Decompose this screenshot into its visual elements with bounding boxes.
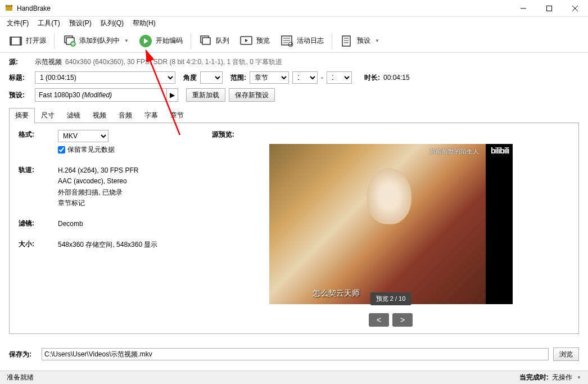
- track-line: H.264 (x264), 30 FPS PFR: [58, 165, 198, 176]
- maximize-button[interactable]: [536, 0, 562, 17]
- queue-icon: [199, 34, 212, 48]
- presets-icon: [340, 34, 354, 48]
- activity-log-button[interactable]: 活动日志: [275, 32, 328, 50]
- range-type-select[interactable]: 章节: [250, 71, 289, 84]
- tab-dimensions[interactable]: 尺寸: [35, 108, 61, 123]
- range-from-select[interactable]: 1: [292, 71, 318, 84]
- preset-modified: (Modified): [82, 91, 112, 99]
- watermark-logo: bilibili: [491, 146, 509, 155]
- track-line: AAC (avcodec), Stereo: [58, 176, 198, 187]
- range-label: 范围:: [230, 73, 246, 83]
- film-icon: [9, 34, 22, 48]
- app-icon: [4, 4, 13, 13]
- queue-button[interactable]: 队列: [195, 32, 234, 50]
- format-label: 格式:: [19, 130, 58, 139]
- range-to-select[interactable]: 1: [327, 71, 352, 84]
- add-to-queue-label: 添加到队列中: [79, 36, 120, 46]
- track-line: 外部音频扫描, 已烧录: [58, 187, 198, 198]
- tab-chapters[interactable]: 章节: [164, 108, 190, 123]
- reload-preset-button[interactable]: 重新加载: [186, 88, 225, 102]
- activity-log-label: 活动日志: [297, 36, 324, 46]
- preview-counter: 预览 2 / 10: [370, 292, 411, 305]
- preview-prev-button[interactable]: <: [369, 313, 389, 327]
- queue-add-icon: [62, 34, 76, 48]
- svg-point-12: [11, 38, 11, 39]
- preview-label: 预览: [256, 36, 270, 46]
- svg-point-4: [10, 5, 11, 6]
- menu-presets[interactable]: 预设(P): [65, 17, 96, 29]
- tab-video[interactable]: 视频: [87, 108, 112, 123]
- toolbar: 打开源 添加到队列中 ▼ 开始编码 队列 预览 活动日志 预设 ▼: [0, 29, 588, 53]
- menu-tools[interactable]: 工具(T): [33, 17, 64, 29]
- close-button[interactable]: [562, 0, 588, 17]
- track-line: 章节标记: [58, 198, 198, 209]
- preset-name: Fast 1080p30: [39, 91, 80, 99]
- tab-audio[interactable]: 音频: [112, 108, 138, 123]
- chevron-down-icon: ▼: [124, 38, 129, 43]
- browse-button[interactable]: 浏览: [553, 347, 579, 361]
- tab-filters[interactable]: 滤镜: [61, 108, 87, 123]
- preset-arrow-icon[interactable]: ▶: [166, 89, 178, 101]
- presets-button[interactable]: 预设 ▼: [336, 32, 384, 50]
- duration-label: 时长:: [364, 73, 380, 83]
- source-label: 源:: [9, 57, 31, 67]
- open-source-label: 打开源: [26, 36, 46, 46]
- tabs: 摘要 尺寸 滤镜 视频 音频 字幕 章节: [9, 107, 579, 123]
- start-encode-label: 开始编码: [156, 36, 183, 46]
- start-encode-button[interactable]: 开始编码: [134, 32, 187, 50]
- when-done-value[interactable]: 无操作: [552, 373, 572, 382]
- svg-point-16: [20, 40, 21, 41]
- chevron-down-icon: ▼: [577, 375, 581, 380]
- title-label: 标题:: [9, 73, 31, 83]
- filters-label: 滤镜:: [19, 219, 58, 228]
- filters-value: Decomb: [58, 219, 198, 229]
- angle-label: 角度: [183, 73, 197, 83]
- menu-queue[interactable]: 队列(Q): [96, 17, 128, 29]
- preset-select[interactable]: Fast 1080p30 (Modified) ▶: [35, 88, 178, 102]
- status-bar: 准备就绪 当完成时: 无操作 ▼: [0, 371, 588, 384]
- menu-bar: 文件(F) 工具(T) 预设(P) 队列(Q) 帮助(H): [0, 17, 588, 29]
- svg-point-33: [288, 42, 293, 47]
- range-separator: -: [321, 74, 323, 82]
- preview-subtitle: 怎么契云天师: [313, 288, 360, 299]
- svg-rect-0: [6, 6, 12, 11]
- keep-metadata-checkbox[interactable]: [58, 146, 65, 153]
- preview-button[interactable]: 预览: [235, 32, 274, 50]
- tab-subtitles[interactable]: 字幕: [138, 108, 164, 123]
- log-icon: [280, 34, 293, 48]
- presets-label: 预设: [357, 36, 370, 46]
- keep-metadata-label: 保留常见元数据: [67, 144, 115, 155]
- add-to-queue-button[interactable]: 添加到队列中 ▼: [58, 32, 133, 50]
- svg-point-13: [11, 40, 11, 41]
- watermark-text: 前前前世的陌生人: [429, 147, 479, 156]
- preset-label: 预设:: [9, 91, 31, 100]
- tracks-label: 轨道:: [19, 165, 58, 175]
- preview-image: 前前前世的陌生人 bilibili 怎么契云天师 预览 2 / 10: [269, 144, 513, 304]
- queue-label: 队列: [216, 36, 229, 46]
- minimize-button[interactable]: [510, 0, 536, 17]
- format-select[interactable]: MKV: [58, 130, 108, 142]
- size-value: 548x360 存储空间, 548x360 显示: [58, 240, 198, 250]
- play-icon: [139, 34, 152, 48]
- source-info: 640x360 (640x360), 30 FPS, SDR (8 bit 4:…: [65, 57, 282, 67]
- source-name: 示范视频: [35, 57, 62, 67]
- menu-file[interactable]: 文件(F): [2, 17, 33, 29]
- svg-marker-28: [245, 39, 248, 42]
- svg-rect-26: [202, 38, 210, 44]
- menu-help[interactable]: 帮助(H): [128, 17, 160, 29]
- save-as-label: 保存为:: [9, 350, 37, 359]
- angle-select[interactable]: 1: [200, 71, 223, 84]
- svg-point-15: [20, 38, 21, 39]
- svg-point-2: [7, 5, 8, 6]
- size-label: 大小:: [19, 240, 58, 249]
- preview-next-button[interactable]: >: [392, 313, 413, 327]
- preview-container: 前前前世的陌生人 bilibili 怎么契云天师 预览 2 / 10: [269, 144, 513, 304]
- save-new-preset-button[interactable]: 保存新预设: [229, 88, 275, 102]
- save-path-input[interactable]: [42, 348, 549, 360]
- status-text: 准备就绪: [7, 373, 34, 382]
- chevron-down-icon: ▼: [375, 38, 379, 43]
- window-title: HandBrake: [17, 4, 510, 12]
- open-source-button[interactable]: 打开源: [4, 32, 51, 50]
- title-select[interactable]: 1 (00:04:15): [35, 71, 175, 84]
- tab-summary[interactable]: 摘要: [9, 108, 35, 123]
